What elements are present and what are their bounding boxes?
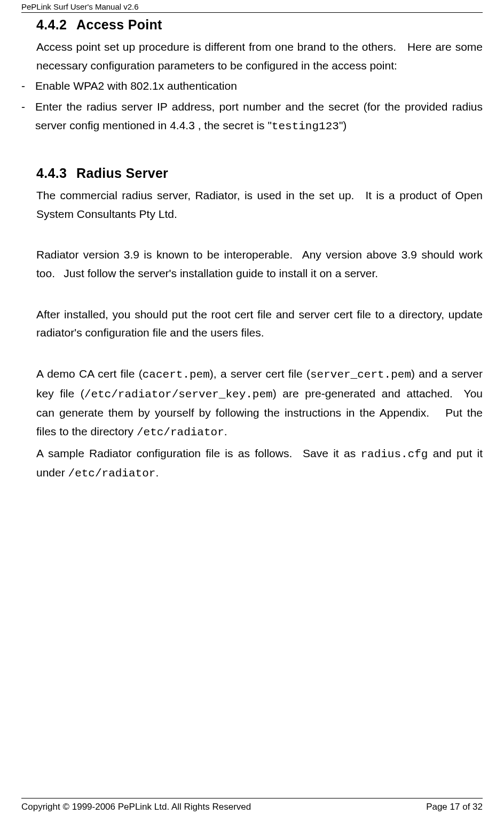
paragraph: Access point set up procedure is differe… <box>36 38 483 75</box>
code-inline: cacert.pem <box>143 369 210 381</box>
code-inline: /etc/radiator <box>68 467 156 480</box>
bullet-dash: - <box>21 77 35 96</box>
text: Enter the radius server IP address, port… <box>35 100 483 131</box>
text: ") <box>339 119 346 131</box>
text: . <box>155 466 159 479</box>
text: A demo CA cert file ( <box>36 367 143 380</box>
page-footer: Copyright © 1999-2006 PePLink Ltd. All R… <box>21 798 483 812</box>
code-inline: /etc/radiator/server_key.pem <box>84 388 273 401</box>
code-inline: server_cert.pem <box>310 369 411 381</box>
code-inline: testing123 <box>272 120 339 132</box>
section-title: Access Point <box>76 17 162 32</box>
list-item: - Enter the radius server IP address, po… <box>21 98 483 136</box>
text: A sample Radiator configuration file is … <box>36 447 360 459</box>
section-title: Radius Server <box>76 166 168 181</box>
section-heading-radius-server: 4.4.3Radius Server <box>36 166 483 181</box>
document-page: PePLink Surf User's Manual v2.6 4.4.2Acc… <box>0 0 504 822</box>
header-title: PePLink Surf User's Manual v2.6 <box>21 2 139 11</box>
paragraph: After installed, you should put the root… <box>36 306 483 342</box>
page-header: PePLink Surf User's Manual v2.6 <box>21 0 483 13</box>
code-inline: /etc/radiator <box>137 426 224 439</box>
text: . <box>224 425 227 437</box>
paragraph: The commercial radius server, Radiator, … <box>36 186 483 223</box>
footer-page: Page 17 of 32 <box>426 802 483 812</box>
list-content: Enter the radius server IP address, port… <box>35 98 483 136</box>
bullet-dash: - <box>21 98 35 136</box>
paragraph: Radiator version 3.9 is known to be inte… <box>36 246 483 283</box>
code-inline: radius.cfg <box>360 448 428 460</box>
section-heading-access-point: 4.4.2Access Point <box>36 17 483 33</box>
paragraph: A demo CA cert file (cacert.pem), a serv… <box>36 365 483 442</box>
list-item: - Enable WPA2 with 802.1x authentication <box>21 77 483 96</box>
section-number: 4.4.3 <box>36 166 67 181</box>
paragraph: A sample Radiator configuration file is … <box>36 444 483 483</box>
text: ), a server cert file ( <box>210 367 310 380</box>
list-content: Enable WPA2 with 802.1x authentication <box>35 77 483 96</box>
section-number: 4.4.2 <box>36 17 67 33</box>
footer-copyright: Copyright © 1999-2006 PePLink Ltd. All R… <box>21 802 251 812</box>
